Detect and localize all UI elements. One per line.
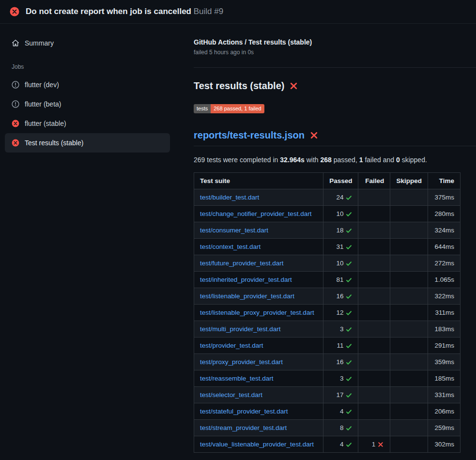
test-suite-link[interactable]: test/context_test.dart [200, 243, 261, 250]
suite-cell: test/stream_provider_test.dart [194, 420, 323, 436]
test-suite-link[interactable]: test/multi_provider_test.dart [200, 325, 281, 333]
suite-cell: test/change_notifier_provider_test.dart [194, 206, 323, 222]
sidebar-item-job-test-results-stable[interactable]: Test results (stable) [5, 133, 170, 153]
sidebar-item-job-flutter-dev[interactable]: flutter (dev) [5, 75, 170, 94]
column-header-time: Time [428, 173, 460, 189]
sidebar-item-label: flutter (stable) [25, 120, 66, 127]
test-suite-link[interactable]: test/value_listenable_provider_test.dart [200, 441, 314, 448]
x-circle-icon [12, 139, 19, 147]
column-header-test-suite: Test suite [194, 173, 323, 189]
test-suite-link[interactable]: test/reassemble_test.dart [200, 375, 274, 382]
check-icon [346, 326, 352, 333]
suite-cell: test/inherited_provider_test.dart [194, 272, 323, 288]
skipped-cell [390, 222, 428, 239]
check-icon [346, 425, 352, 431]
time-cell: 259ms [428, 420, 460, 436]
skipped-cell [390, 337, 428, 354]
failed-cell [358, 321, 390, 337]
failed-cell [358, 337, 390, 354]
test-suite-link[interactable]: test/consumer_test.dart [200, 227, 268, 234]
alert-circle-icon [12, 100, 19, 108]
passed-cell-value: 4 [340, 407, 344, 416]
failed-cell [358, 189, 390, 206]
passed-cell: 4 [323, 403, 358, 420]
check-icon [346, 293, 352, 300]
test-suite-link[interactable]: test/listenable_proxy_provider_test.dart [200, 309, 314, 316]
table-row: test/stream_provider_test.dart8259ms [194, 420, 461, 436]
skipped-cell [390, 239, 428, 255]
badge-label: tests [194, 104, 211, 113]
test-suite-link[interactable]: test/stream_provider_test.dart [200, 424, 287, 431]
table-row: test/inherited_provider_test.dart811.065… [194, 272, 461, 288]
check-icon [346, 359, 352, 366]
test-suite-link[interactable]: test/future_provider_test.dart [200, 260, 284, 267]
passed-cell: 18 [323, 222, 358, 239]
summary-part: failed and [363, 156, 397, 164]
check-icon [346, 442, 352, 448]
sidebar: Summary Jobs flutter (dev)flutter (beta)… [0, 24, 194, 153]
test-suite-link[interactable]: test/change_notifier_provider_test.dart [200, 210, 311, 217]
time-cell: 644ms [428, 239, 460, 255]
sidebar-item-summary[interactable]: Summary [5, 33, 170, 53]
skipped-cell [390, 255, 428, 272]
time-cell: 324ms [428, 222, 460, 239]
passed-cell: 3 [323, 321, 358, 337]
section-failed-icon [290, 82, 298, 90]
report-link[interactable]: reports/test-results.json [194, 130, 305, 141]
test-suite-link[interactable]: test/inherited_provider_test.dart [200, 276, 292, 283]
skipped-cell [390, 436, 428, 453]
passed-cell: 4 [323, 436, 358, 453]
run-failed-icon [10, 7, 19, 16]
time-cell: 280ms [428, 206, 460, 222]
sidebar-item-job-flutter-stable[interactable]: flutter (stable) [5, 114, 170, 133]
time-cell: 206ms [428, 403, 460, 420]
passed-cell-value: 16 [336, 357, 343, 367]
summary-duration: 32.964s [280, 156, 305, 164]
sidebar-item-job-flutter-beta[interactable]: flutter (beta) [5, 94, 170, 114]
check-icon [346, 244, 352, 250]
failed-cell [358, 370, 390, 387]
check-icon [346, 195, 352, 201]
tests-badge: tests 268 passed, 1 failed [194, 104, 264, 113]
test-suite-link[interactable]: test/selector_test.dart [200, 391, 262, 399]
failed-cell [358, 420, 390, 436]
test-suite-link[interactable]: test/provider_test.dart [200, 342, 263, 349]
passed-cell: 17 [323, 387, 358, 403]
check-icon [346, 310, 352, 316]
jobs-list: flutter (dev)flutter (beta)flutter (stab… [5, 75, 170, 153]
passed-cell: 10 [323, 255, 358, 272]
time-cell: 331ms [428, 387, 460, 403]
section-title: Test results (stable) [194, 80, 461, 92]
suite-cell: test/context_test.dart [194, 239, 323, 255]
test-suite-link[interactable]: test/proxy_provider_test.dart [200, 358, 283, 366]
summary-failed-count: 1 [359, 156, 363, 164]
run-title-text: Do not create report when job is cancell… [26, 7, 191, 16]
passed-cell: 24 [323, 189, 358, 206]
results-table: Test suite Passed Failed Skipped Time te… [194, 172, 461, 453]
passed-cell-value: 3 [340, 324, 344, 334]
table-row: test/proxy_provider_test.dart16359ms [194, 354, 461, 370]
passed-cell-value: 17 [336, 390, 343, 399]
test-suite-link[interactable]: test/builder_test.dart [200, 194, 259, 201]
test-suite-link[interactable]: test/listenable_provider_test.dart [200, 292, 294, 300]
time-cell: 302ms [428, 436, 460, 453]
failed-cell [358, 222, 390, 239]
badge-value: 268 passed, 1 failed [211, 104, 264, 113]
passed-cell-value: 16 [336, 291, 343, 301]
passed-cell-value: 11 [337, 341, 343, 350]
skipped-cell [390, 370, 428, 387]
table-row: test/value_listenable_provider_test.dart… [194, 436, 461, 453]
github-actions-check-page: Do not create report when job is cancell… [0, 0, 476, 453]
suite-cell: test/selector_test.dart [194, 387, 323, 403]
skipped-cell [390, 420, 428, 436]
passed-cell: 8 [323, 420, 358, 436]
passed-cell-value: 8 [340, 423, 344, 432]
check-icon [346, 343, 352, 349]
skipped-cell [390, 189, 428, 206]
column-header-failed: Failed [358, 173, 390, 189]
suite-cell: test/multi_provider_test.dart [194, 321, 323, 337]
test-suite-link[interactable]: test/stateful_provider_test.dart [200, 408, 288, 415]
suite-cell: test/listenable_provider_test.dart [194, 288, 323, 305]
report-failed-icon [310, 131, 318, 139]
suite-cell: test/future_provider_test.dart [194, 255, 323, 272]
